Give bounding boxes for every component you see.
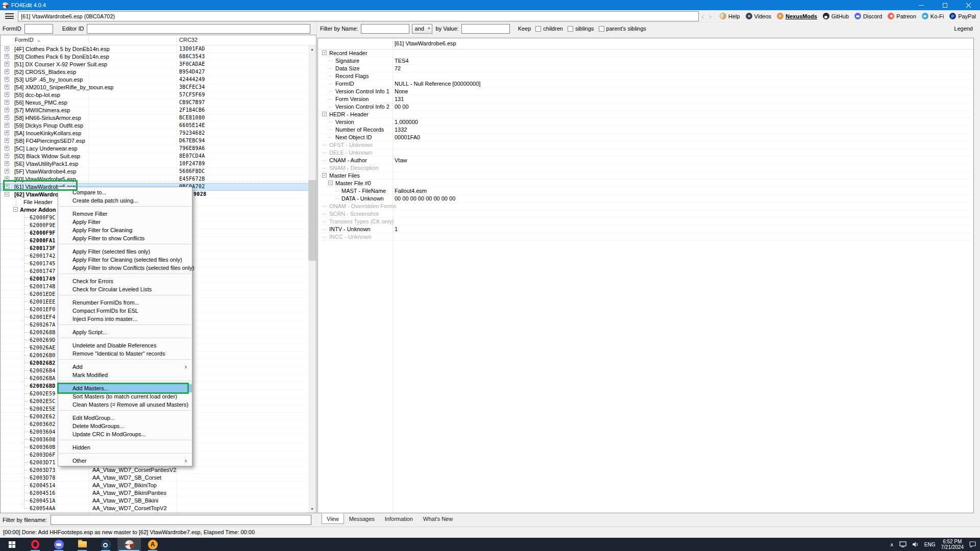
- record-row[interactable]: Next Object ID00001FA0: [318, 134, 973, 141]
- tree-expander[interactable]: +: [5, 138, 9, 143]
- record-row[interactable]: OFST - Unknown: [318, 141, 973, 149]
- tab-whats-new[interactable]: What's New: [418, 513, 458, 524]
- keep-parents-siblings-checkbox[interactable]: parent's siblings: [599, 26, 647, 32]
- tree-row[interactable]: 62003D73AA_Vtaw_WD7_CorsetPantiesV2: [1, 466, 309, 474]
- context-menu-item[interactable]: Clean Masters (= Remove all unused Maste…: [58, 400, 192, 409]
- record-row[interactable]: Data Size72: [318, 65, 973, 72]
- context-menu-item[interactable]: Apply Filter (selected files only): [58, 247, 192, 256]
- tree-expander[interactable]: +: [5, 161, 9, 166]
- filter-by-value-input[interactable]: [461, 24, 510, 34]
- context-menu-item[interactable]: Apply Filter: [58, 218, 192, 226]
- tree-expander[interactable]: +: [5, 146, 9, 151]
- context-menu-item[interactable]: Apply Script...: [58, 328, 192, 336]
- tray-expand-button[interactable]: ∧: [890, 542, 894, 547]
- notification-center-button[interactable]: [969, 541, 976, 547]
- record-row[interactable]: -Master Files: [318, 172, 973, 180]
- keep-children-checkbox[interactable]: children: [535, 26, 563, 32]
- tab-messages[interactable]: Messages: [344, 513, 380, 524]
- tree-expander[interactable]: +: [5, 169, 9, 173]
- record-row[interactable]: FormIDNULL - Null Reference [00000000]: [318, 80, 973, 88]
- context-menu-item[interactable]: Add Masters...: [58, 384, 192, 392]
- context-menu-item[interactable]: Other›: [58, 457, 192, 465]
- context-menu-item[interactable]: Compare to...: [58, 188, 192, 196]
- context-menu-item[interactable]: Mark Modified: [58, 371, 192, 379]
- tree-expander[interactable]: +: [5, 123, 9, 128]
- tree-row[interactable]: +[5D] Black Widow Suit.esp8E07CD4A: [1, 153, 309, 160]
- tree-row[interactable]: 6200451AAA_Vtaw_WD7_SB_Bikini: [1, 497, 309, 505]
- tree-expander[interactable]: +: [5, 46, 9, 51]
- context-menu-item[interactable]: Apply Filter for Cleaning (selected file…: [58, 256, 192, 264]
- crc32-column-header[interactable]: CRC32: [179, 37, 198, 43]
- tree-expander[interactable]: -: [5, 192, 9, 196]
- kofi-link[interactable]: Ko-Fi: [922, 13, 944, 19]
- formid-input[interactable]: [24, 24, 53, 34]
- tree-row[interactable]: +[55] dcc-bp-lol.esp57CF5F69: [1, 91, 309, 99]
- context-menu-item[interactable]: Hidden: [58, 443, 192, 452]
- record-expander[interactable]: -: [322, 173, 327, 178]
- context-menu-item[interactable]: Update CRC in ModGroups...: [58, 430, 192, 438]
- record-row[interactable]: Form Version131: [318, 95, 973, 103]
- tree-expander[interactable]: +: [5, 100, 9, 105]
- taskbar-discord[interactable]: [47, 538, 70, 551]
- tree-row[interactable]: +[5F] VtawWardrobe4.esp5606F8DC: [1, 168, 309, 176]
- tree-row[interactable]: 62003D78AA_Vtaw_WD7_SB_Corset: [1, 474, 309, 482]
- taskbar-clock[interactable]: 6:52 PM 7/21/2024: [941, 539, 964, 550]
- context-menu-item[interactable]: Apply Filter to show Conflicts (selected…: [58, 264, 192, 272]
- record-row[interactable]: Transient Types (CK only): [318, 218, 973, 226]
- close-button[interactable]: [957, 0, 980, 10]
- legend-toggle[interactable]: Legend: [954, 26, 973, 32]
- videos-link[interactable]: Videos: [746, 13, 771, 19]
- tree-expander[interactable]: +: [5, 115, 9, 120]
- tree-row[interactable]: +[5B] FO4PiercingsSED7.espD67EBC94: [1, 137, 309, 145]
- context-menu-item[interactable]: Add›: [58, 363, 192, 371]
- record-row[interactable]: DATA - Unknown00 00 00 00 00 00 00 00: [318, 195, 973, 203]
- tree-expander[interactable]: +: [5, 77, 9, 82]
- volume-icon[interactable]: [912, 541, 919, 547]
- record-row[interactable]: SCRN - Screenshot: [318, 210, 973, 218]
- maximize-button[interactable]: [933, 0, 957, 10]
- tree-scrollbar[interactable]: ▲ ▼: [308, 45, 316, 513]
- context-menu-item[interactable]: Create delta patch using...: [58, 196, 192, 205]
- record-expander[interactable]: -: [328, 181, 333, 185]
- record-row[interactable]: INTV - Unknown1: [318, 226, 973, 233]
- paypal-link[interactable]: PayPal: [949, 13, 976, 19]
- editorid-input[interactable]: [87, 24, 310, 34]
- context-menu-item[interactable]: Delete ModGroups...: [58, 422, 192, 430]
- tree-expander[interactable]: +: [5, 69, 9, 74]
- hamburger-menu-icon[interactable]: [5, 13, 14, 19]
- nav-back-button[interactable]: ‹: [699, 11, 706, 21]
- context-menu-item[interactable]: Remove "Identical to Master" records: [58, 349, 192, 358]
- start-button[interactable]: [0, 538, 23, 551]
- record-row[interactable]: Version Control Info 200 00: [318, 103, 973, 111]
- context-menu-item[interactable]: Apply Filter to show Conflicts: [58, 234, 192, 242]
- tree-row[interactable]: +[5C] Lacy Underwear.esp796E89A6: [1, 145, 309, 153]
- tree-row[interactable]: +[59] Dickys Pinup Outfit.esp6605E14E: [1, 122, 309, 130]
- tree-expander[interactable]: +: [5, 92, 9, 97]
- discord-link[interactable]: Discord: [854, 13, 882, 19]
- record-row[interactable]: DELE - Unknown: [318, 149, 973, 157]
- context-menu-item[interactable]: Undelete and Disable References: [58, 341, 192, 349]
- tree-row[interactable]: +[53] USP .45_by_tooun.esp42444249: [1, 76, 309, 84]
- record-row[interactable]: SNAM - Description: [318, 164, 973, 172]
- nexusmods-link[interactable]: NexusMods: [777, 13, 817, 19]
- tree-row[interactable]: +[58] HN66-SiriusArmor.espBCE81080: [1, 114, 309, 122]
- record-row[interactable]: INCC - Unknown: [318, 233, 973, 241]
- and-or-dropdown[interactable]: and▾: [412, 24, 432, 34]
- language-indicator[interactable]: ENG: [924, 542, 936, 547]
- tree-expander[interactable]: +: [5, 154, 9, 158]
- keep-siblings-checkbox[interactable]: siblings: [568, 26, 594, 32]
- tree-row[interactable]: +[56] Nexus_PMC.espCB9C7B97: [1, 99, 309, 107]
- tree-row[interactable]: +[5A] InoueKinkyKollars.esp79234682: [1, 130, 309, 137]
- tree-expander[interactable]: +: [5, 108, 9, 112]
- record-row[interactable]: Record Flags: [318, 72, 973, 80]
- taskbar-file-explorer[interactable]: [70, 538, 94, 551]
- tab-view[interactable]: View: [322, 513, 344, 524]
- context-menu-item[interactable]: Check for Circular Leveled Lists: [58, 285, 192, 293]
- nav-forward-button[interactable]: ›: [706, 11, 714, 21]
- module-selector-combobox[interactable]: [61] VtawWardrobe6.esp (0BC0A702): [18, 11, 699, 21]
- taskbar-opera[interactable]: [23, 538, 47, 551]
- tree-row[interactable]: 620054AAAA_Vtaw_WD7_CorsetTopV2: [1, 505, 309, 512]
- tree-row[interactable]: +[51] DX Courser X-92 Power Suit.esp3F0C…: [1, 61, 309, 68]
- scrollbar-thumb[interactable]: [308, 180, 316, 261]
- record-row[interactable]: MAST - FileNameFallout4.esm: [318, 187, 973, 195]
